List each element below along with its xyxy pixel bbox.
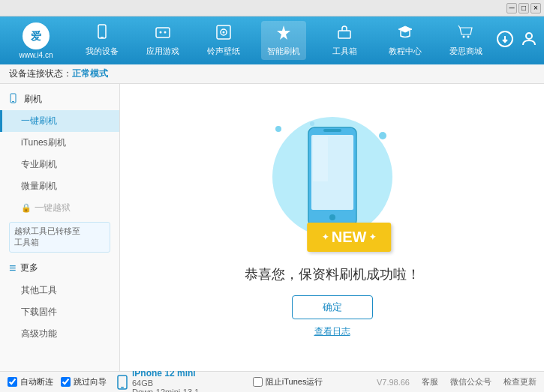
tutorial-icon [397,24,413,44]
phone-svg [302,124,362,229]
sidebar-section-more[interactable]: ≡ 更多 [0,257,119,280]
svg-rect-3 [101,37,104,37]
nav-smart-flash-label: 智能刷机 [267,46,300,57]
nav-items: 我的设备 应用游戏 铃声壁纸 [72,21,496,60]
user-button[interactable] [520,30,538,52]
new-text: NEW [332,229,367,246]
itunes-section: 阻止iTunes运行 [253,376,323,388]
svg-point-12 [467,36,469,38]
nav-shop-label: 爱思商城 [449,46,482,57]
auto-disconnect-checkbox[interactable] [8,377,17,387]
new-badge: ✦ NEW ✦ [307,223,392,252]
svg-rect-10 [338,31,350,38]
svg-rect-20 [329,214,335,220]
svg-rect-21 [313,136,328,181]
sidebar-jailbreak-note: 越狱工具已转移至工具箱 [9,222,110,253]
maximize-button[interactable]: □ [518,3,529,13]
close-button[interactable]: × [530,3,541,13]
sparkle-dot-2 [379,132,386,139]
svg-rect-23 [121,387,124,388]
main-content: 刷机 一键刷机 iTunes刷机 专业刷机 微量刷机 🔒 一键越狱 越狱工具已转… [0,84,544,371]
nav-tutorial[interactable]: 教程中心 [383,21,428,60]
confirm-button[interactable]: 确定 [292,295,373,319]
illustration: ✦ NEW ✦ [265,117,400,259]
nav-shop[interactable]: 爱思商城 [443,21,488,60]
ringtone-icon [215,24,232,44]
status-bar: 设备连接状态： 正常模式 [0,64,544,84]
sidebar-item-advanced[interactable]: 高级功能 [0,323,119,345]
svg-text:爱: 爱 [31,30,41,42]
skip-wizard-group: 跳过向导 [61,376,107,388]
my-device-icon [94,24,110,44]
more-section-icon: ≡ [9,262,16,275]
wechat-link[interactable]: 微信公众号 [450,376,491,388]
nav-tutorial-label: 教程中心 [389,46,422,57]
svg-point-9 [222,31,224,34]
more-section-label: 更多 [20,262,38,274]
logo: 爱 www.i4.cn [6,22,66,59]
svg-rect-19 [323,129,341,132]
sparkle-right: ✦ [369,232,376,242]
auto-disconnect-group: 自动断连 [8,376,53,388]
device-model: Down-12mini-13,1 [132,388,199,393]
update-link[interactable]: 检查更新 [503,376,536,388]
smart-flash-icon [275,24,292,44]
sidebar-item-pro-flash[interactable]: 专业刷机 [0,154,119,175]
toolbox-icon [336,24,353,44]
device-section: iPhone 12 mini 64GB Down-12mini-13,1 [117,368,199,393]
itunes-stop-label[interactable]: 阻止iTunes运行 [266,376,323,388]
sidebar-item-itunes[interactable]: iTunes刷机 [0,132,119,154]
device-icon [117,375,128,390]
sidebar-item-jailbreak: 🔒 一键越狱 [0,197,119,219]
skip-wizard-checkbox[interactable] [61,377,71,387]
sidebar-item-other-tools[interactable]: 其他工具 [0,280,119,301]
svg-point-6 [164,31,167,34]
nav-right [496,30,538,52]
bottom-left: 自动断连 跳过向导 iPhone 12 mini 64GB Down-12min… [8,368,199,393]
auto-disconnect-label[interactable]: 自动断连 [20,376,53,388]
nav-my-device-label: 我的设备 [86,46,119,57]
logo-text: www.i4.cn [19,51,53,59]
nav-toolbox[interactable]: 工具箱 [322,21,367,60]
device-info: iPhone 12 mini 64GB Down-12mini-13,1 [132,368,199,393]
skip-wizard-label[interactable]: 跳过向导 [74,376,107,388]
view-log-link[interactable]: 查看日志 [314,325,350,338]
bottom-bar: 自动断连 跳过向导 iPhone 12 mini 64GB Down-12min… [0,371,544,392]
nav-smart-flash[interactable]: 智能刷机 [261,21,306,60]
nav-app-game-label: 应用游戏 [146,46,179,57]
success-message: 恭喜您，保资料刷机成功啦！ [245,265,420,283]
svg-point-11 [462,36,464,38]
nav-app-game[interactable]: 应用游戏 [140,21,185,60]
sidebar: 刷机 一键刷机 iTunes刷机 专业刷机 微量刷机 🔒 一键越狱 越狱工具已转… [0,84,120,371]
status-prefix: 设备连接状态： [9,67,72,80]
sidebar-item-one-click[interactable]: 一键刷机 [0,110,119,132]
app-game-icon [155,24,171,44]
flash-section-label: 刷机 [24,93,42,106]
device-storage: 64GB [132,379,199,388]
nav-my-device[interactable]: 我的设备 [80,21,125,60]
minimize-button[interactable]: ─ [506,3,517,13]
download-button[interactable] [496,30,514,52]
sparkle-dot-1 [275,126,281,132]
titlebar: ─ □ × [0,0,544,16]
logo-icon: 爱 [23,22,50,49]
svg-point-14 [526,33,532,39]
nav-toolbox-label: 工具箱 [332,46,357,57]
itunes-stop-checkbox[interactable] [253,377,263,387]
flash-section-icon [9,93,20,106]
content-area: ✦ NEW ✦ 恭喜您，保资料刷机成功啦！ 确定 查看日志 [120,84,544,371]
sidebar-item-micro-flash[interactable]: 微量刷机 [0,175,119,197]
sidebar-item-download-fw[interactable]: 下载固件 [0,301,119,323]
nav-ringtone-label: 铃声壁纸 [207,46,240,57]
bottom-right: V7.98.66 客服 微信公众号 检查更新 [377,376,536,388]
nav-ringtone[interactable]: 铃声壁纸 [201,21,246,60]
shop-icon [458,24,474,44]
status-value: 正常模式 [72,67,108,80]
lock-icon: 🔒 [21,203,32,213]
sidebar-section-flash[interactable]: 刷机 [0,88,119,110]
sparkle-left: ✦ [322,232,329,242]
service-link[interactable]: 客服 [422,376,438,388]
top-nav: 爱 www.i4.cn 我的设备 应用游戏 [0,16,544,64]
svg-rect-4 [156,28,170,37]
version-text: V7.98.66 [377,378,410,387]
